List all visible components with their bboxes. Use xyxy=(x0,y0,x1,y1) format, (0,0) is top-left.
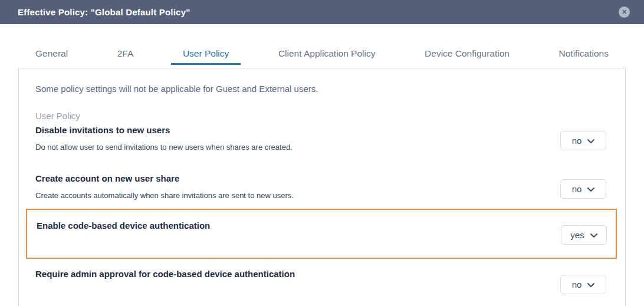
require-admin-approval-select[interactable]: no xyxy=(560,275,606,294)
create-account-select[interactable]: no xyxy=(560,179,606,199)
setting-title: Enable code-based device authentication xyxy=(37,221,533,231)
setting-row-enable-code-auth: Enable code-based device authentication … xyxy=(26,209,617,259)
modal-title: Effective Policy: "Global Default Policy… xyxy=(18,7,190,17)
tab-notifications[interactable]: Notifications xyxy=(547,48,620,65)
setting-description: Create accounts automatically when share… xyxy=(35,191,543,200)
user-policy-panel: Some policy settings will not be applica… xyxy=(18,68,626,306)
chevron-down-icon xyxy=(587,187,594,192)
selected-value: no xyxy=(572,184,582,194)
section-label-user-policy: User Policy xyxy=(35,111,625,121)
setting-row-require-admin-approval: Require admin approval for code-based de… xyxy=(35,269,625,279)
disable-invitations-select[interactable]: no xyxy=(560,131,606,150)
setting-title: Create account on new user share xyxy=(35,173,543,183)
policy-tab-bar: General 2FA User Policy Client Applicati… xyxy=(24,48,620,65)
tab-2fa[interactable]: 2FA xyxy=(106,48,146,65)
enable-code-auth-select[interactable]: yes xyxy=(561,225,607,245)
tab-device-configuration[interactable]: Device Configuration xyxy=(413,48,521,65)
modal-titlebar: Effective Policy: "Global Default Policy… xyxy=(0,0,644,24)
tab-user-policy[interactable]: User Policy xyxy=(171,48,241,65)
chevron-down-icon xyxy=(590,233,597,238)
setting-row-create-account: Create account on new user share Create … xyxy=(35,173,625,200)
setting-row-disable-invitations: Disable invitations to new users Do not … xyxy=(35,125,625,152)
selected-value: yes xyxy=(570,230,584,240)
effective-policy-modal: Effective Policy: "Global Default Policy… xyxy=(0,0,644,306)
policy-notice: Some policy settings will not be applica… xyxy=(35,84,625,94)
chevron-down-icon xyxy=(587,283,594,288)
setting-description: Do not allow user to send invitations to… xyxy=(35,143,543,152)
chevron-down-icon xyxy=(587,139,594,144)
tab-general[interactable]: General xyxy=(24,48,80,65)
selected-value: no xyxy=(572,279,582,289)
selected-value: no xyxy=(572,136,582,146)
close-icon[interactable]: ✕ xyxy=(619,6,630,18)
setting-title: Require admin approval for code-based de… xyxy=(35,269,543,279)
setting-title: Disable invitations to new users xyxy=(35,125,543,135)
tab-client-application-policy[interactable]: Client Application Policy xyxy=(267,48,387,65)
